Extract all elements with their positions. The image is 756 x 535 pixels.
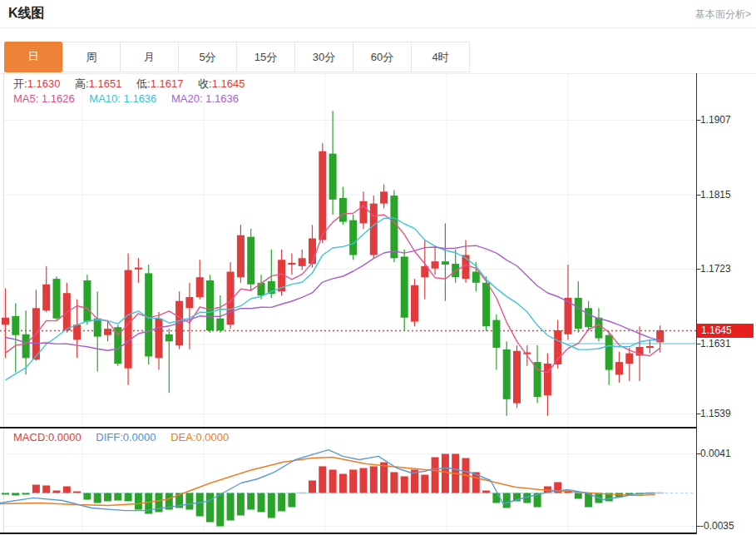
current-price-badge: 1.1645 [697,324,754,338]
tab-30min[interactable]: 30分 [295,42,353,72]
tab-week[interactable]: 周 [62,42,121,72]
close-value: 1.1645 [212,77,245,90]
y-tick-11631: 1.1631 [700,337,754,350]
timeframe-tabs: 日 周 月 5分 15分 30分 60分 4时 [4,42,470,72]
y-tick-11723: 1.1723 [700,262,754,275]
header-divider [0,27,756,28]
dea-label: DEA: [170,431,195,443]
tab-15min[interactable]: 15分 [237,42,295,72]
macd-label: MACD: [13,431,48,443]
ma10-label: MA10: [89,92,121,105]
dea-value: 0.0000 [196,431,230,443]
kline-widget: K线图 基本面分析> 日 周 月 5分 15分 30分 60分 4时 开:1.1… [0,0,756,535]
low-label: 低: [136,77,151,90]
ma20-label: MA20: [171,92,203,105]
tab-5min[interactable]: 5分 [179,42,237,72]
tab-day[interactable]: 日 [4,42,62,72]
page-title: K线图 [8,5,45,22]
y-tick-11539: 1.1539 [700,407,754,420]
macd-value: 0.0000 [48,431,82,443]
macd-tick-pos: 0.0041 [700,447,754,460]
macd-legend: MACD:0.0000 DIFF:0.0000 DEA:0.0000 [13,431,229,443]
y-tick-11907: 1.1907 [700,113,754,126]
tab-month[interactable]: 月 [121,42,179,72]
ma5-label: MA5: [13,92,38,105]
ma10-value: 1.1636 [124,92,157,105]
low-value: 1.1617 [151,77,184,90]
diff-label: DIFF: [96,431,123,443]
tab-4hour[interactable]: 4时 [412,42,470,72]
close-label: 收: [198,77,212,90]
high-label: 高: [75,77,89,90]
tab-60min[interactable]: 60分 [353,42,412,72]
fundamental-analysis-link[interactable]: 基本面分析> [695,7,751,22]
diff-value: 0.0000 [123,431,156,443]
open-value: 1.1630 [27,77,61,90]
ma-legend: MA5: 1.1626 MA10: 1.1636 MA20: 1.1636 [13,92,239,105]
ohlc-legend: 开:1.1630 高:1.1651 低:1.1617 收:1.1645 [13,77,245,92]
high-value: 1.1651 [89,77,122,90]
ma20-value: 1.1636 [205,92,239,105]
y-tick-11815: 1.1815 [700,188,754,201]
open-label: 开: [13,77,27,90]
ma5-value: 1.1626 [42,92,75,105]
macd-tick-neg: -0.0035 [700,519,754,533]
